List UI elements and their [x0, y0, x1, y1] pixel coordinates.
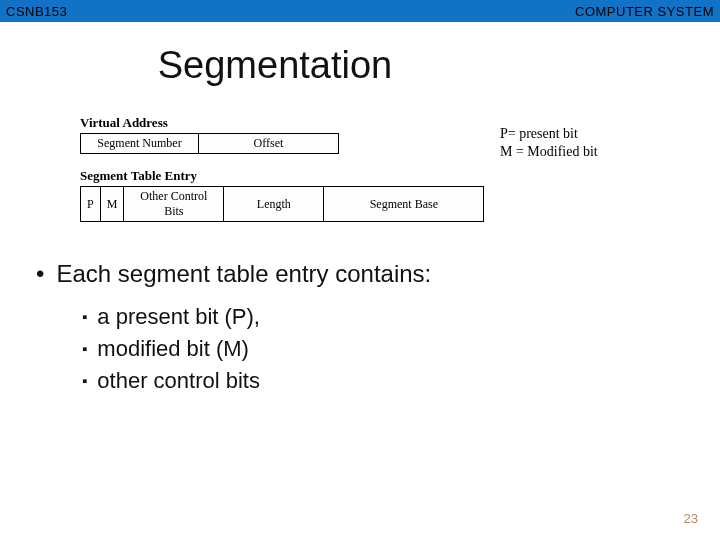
- course-title: COMPUTER SYSTEM: [575, 4, 714, 19]
- legend-text: P= present bit M = Modified bit: [500, 125, 650, 161]
- segmentation-diagram: Virtual Address Segment Number Offset P=…: [80, 115, 640, 222]
- ste-p-cell: P: [81, 187, 101, 222]
- slide-title: Segmentation: [0, 44, 720, 87]
- va-segment-number-cell: Segment Number: [81, 134, 199, 154]
- bullet-content: Each segment table entry contains: a pre…: [0, 260, 720, 394]
- course-code: CSNB153: [6, 4, 67, 19]
- ste-m-cell: M: [100, 187, 124, 222]
- sub-bullet-2: modified bit (M): [82, 336, 684, 362]
- segment-table-entry-label: Segment Table Entry: [80, 168, 640, 184]
- sub-bullet-1: a present bit (P),: [82, 304, 684, 330]
- va-offset-cell: Offset: [199, 134, 339, 154]
- virtual-address-table: Segment Number Offset: [80, 133, 339, 154]
- ste-segment-base-cell: Segment Base: [324, 187, 484, 222]
- main-bullet: Each segment table entry contains:: [36, 260, 684, 288]
- slide-header: CSNB153 COMPUTER SYSTEM: [0, 0, 720, 22]
- segment-table-entry-table: P M Other Control Bits Length Segment Ba…: [80, 186, 484, 222]
- sub-bullet-3: other control bits: [82, 368, 684, 394]
- legend-p: P= present bit: [500, 125, 650, 143]
- legend-m: M = Modified bit: [500, 143, 650, 161]
- page-number: 23: [684, 511, 698, 526]
- ste-length-cell: Length: [224, 187, 324, 222]
- ste-other-control-bits-cell: Other Control Bits: [124, 187, 224, 222]
